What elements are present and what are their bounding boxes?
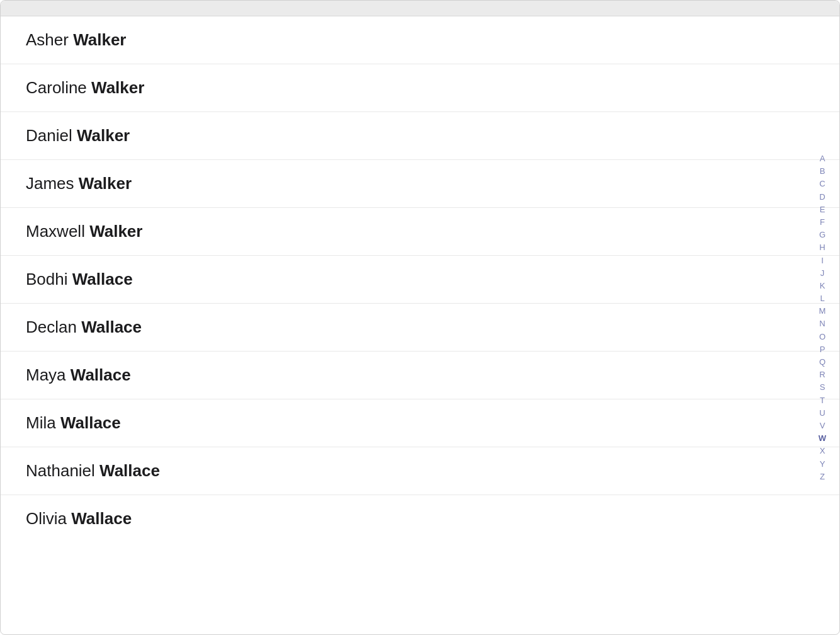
alpha-letter-f[interactable]: F xyxy=(816,217,829,228)
first-name: Mila xyxy=(26,413,60,432)
alpha-letter-h[interactable]: H xyxy=(816,242,829,253)
alpha-letter-e[interactable]: E xyxy=(816,203,829,215)
list-item[interactable]: Declan Wallace xyxy=(1,304,839,352)
first-name: Asher xyxy=(26,30,73,49)
first-name: Maxwell xyxy=(26,222,89,241)
alpha-letter-p[interactable]: P xyxy=(816,343,829,355)
alpha-letter-l[interactable]: L xyxy=(816,293,829,304)
contacts-scroll-area[interactable]: Asher WalkerCaroline WalkerDaniel Walker… xyxy=(1,16,839,634)
alpha-letter-o[interactable]: O xyxy=(816,331,829,342)
alpha-letter-s[interactable]: S xyxy=(816,382,829,393)
first-name: James xyxy=(26,174,79,193)
contact-name: James Walker xyxy=(26,174,132,193)
last-name: Walker xyxy=(73,30,126,49)
contact-name: Caroline Walker xyxy=(26,78,144,98)
last-name: Wallace xyxy=(99,461,160,480)
alpha-letter-w[interactable]: W xyxy=(816,433,829,444)
alpha-letter-a[interactable]: A xyxy=(816,153,829,164)
last-name: Walker xyxy=(89,222,142,241)
alpha-letter-u[interactable]: U xyxy=(816,407,829,418)
alpha-letter-n[interactable]: N xyxy=(816,318,829,329)
last-name: Walker xyxy=(79,174,132,193)
last-name: Walker xyxy=(91,78,144,97)
list-item[interactable]: Olivia Wallace xyxy=(1,495,839,542)
alpha-letter-g[interactable]: G xyxy=(816,229,829,241)
first-name: Nathaniel xyxy=(26,461,99,480)
contact-name: Bodhi Wallace xyxy=(26,270,133,289)
alpha-letter-v[interactable]: V xyxy=(816,420,829,432)
alpha-letter-r[interactable]: R xyxy=(816,369,829,380)
alpha-letter-q[interactable]: Q xyxy=(816,357,829,368)
contact-name: Nathaniel Wallace xyxy=(26,461,160,481)
last-name: Wallace xyxy=(81,318,142,336)
last-name: Wallace xyxy=(60,413,121,432)
alpha-letter-z[interactable]: Z xyxy=(816,471,829,482)
last-name: Wallace xyxy=(71,365,131,384)
list-item[interactable]: James Walker xyxy=(1,160,839,208)
list-item[interactable]: Mila Wallace xyxy=(1,399,839,447)
contact-name: Olivia Wallace xyxy=(26,509,132,529)
first-name: Caroline xyxy=(26,78,91,97)
last-name: Walker xyxy=(77,126,130,145)
contact-name: Daniel Walker xyxy=(26,126,130,146)
list-item[interactable]: Maxwell Walker xyxy=(1,208,839,256)
alpha-letter-c[interactable]: C xyxy=(816,178,829,190)
alpha-letter-i[interactable]: I xyxy=(816,255,829,266)
first-name: Daniel xyxy=(26,126,77,145)
list-item[interactable]: Bodhi Wallace xyxy=(1,256,839,304)
section-header xyxy=(1,1,839,16)
contacts-list-container: Asher WalkerCaroline WalkerDaniel Walker… xyxy=(0,0,840,635)
alpha-letter-d[interactable]: D xyxy=(816,191,829,202)
last-name: Wallace xyxy=(71,509,132,528)
first-name: Maya xyxy=(26,365,71,384)
alphabetical-index: ABCDEFGHIJKLMNOPQRSTUVWXYZ xyxy=(816,153,829,483)
first-name: Bodhi xyxy=(26,270,72,289)
list-item[interactable]: Asher Walker xyxy=(1,16,839,64)
contact-name: Maya Wallace xyxy=(26,365,131,385)
alpha-letter-t[interactable]: T xyxy=(816,394,829,406)
contact-name: Mila Wallace xyxy=(26,413,121,433)
alpha-letter-b[interactable]: B xyxy=(816,166,829,177)
list-item[interactable]: Nathaniel Wallace xyxy=(1,447,839,495)
list-item[interactable]: Caroline Walker xyxy=(1,64,839,112)
alpha-letter-m[interactable]: M xyxy=(816,306,829,317)
list-item[interactable]: Daniel Walker xyxy=(1,112,839,160)
last-name: Wallace xyxy=(72,270,133,289)
first-name: Olivia xyxy=(26,509,71,528)
list-item[interactable]: Maya Wallace xyxy=(1,352,839,399)
contact-name: Asher Walker xyxy=(26,30,126,50)
contact-name: Declan Wallace xyxy=(26,318,142,337)
contact-name: Maxwell Walker xyxy=(26,222,142,241)
alpha-letter-j[interactable]: J xyxy=(816,267,829,278)
alpha-letter-y[interactable]: Y xyxy=(816,458,829,469)
first-name: Declan xyxy=(26,318,81,336)
alpha-letter-x[interactable]: X xyxy=(816,445,829,457)
alpha-letter-k[interactable]: K xyxy=(816,280,829,291)
